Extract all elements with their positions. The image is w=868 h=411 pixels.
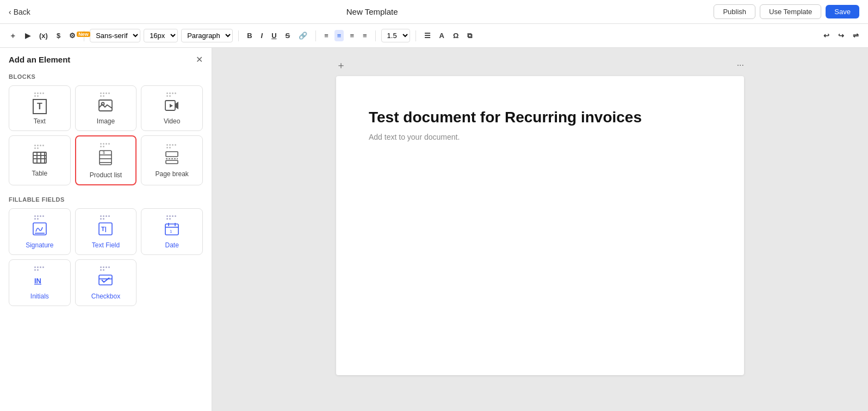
line-height-select[interactable]: 1.5: [381, 29, 410, 42]
table-block-label: Table: [32, 170, 47, 177]
document-heading: Test document for Recurring invoices: [369, 109, 711, 126]
product-list-block-icon: $: [98, 150, 113, 168]
align-left-button[interactable]: ≡: [321, 30, 331, 41]
left-panel: Add an Element ✕ BLOCKS T Text: [0, 48, 212, 411]
font-color-button[interactable]: A: [437, 30, 447, 41]
checkbox-block-icon: [98, 273, 113, 289]
toolbar-right: ↩ ↪ ⇌: [821, 30, 861, 41]
font-size-select[interactable]: 16px: [144, 29, 178, 42]
use-template-button[interactable]: Use Template: [760, 4, 821, 19]
drag-handle: [100, 266, 111, 271]
separator-4: [375, 30, 376, 41]
product-list-block-label: Product list: [90, 171, 122, 179]
dollar-button[interactable]: $: [54, 30, 63, 41]
add-element-button[interactable]: ＋: [7, 29, 19, 42]
list-button[interactable]: ☰: [421, 30, 433, 41]
blocks-section-label: BLOCKS: [9, 73, 203, 80]
signature-block-icon: [32, 222, 47, 238]
initials-block-label: Initials: [30, 292, 49, 300]
fillable-section-label: FILLABLE FIELDS: [9, 196, 203, 203]
initials-block-icon: IN: [32, 273, 47, 289]
underline-button[interactable]: U: [269, 30, 279, 41]
svg-rect-15: [166, 152, 178, 157]
drag-handle: [100, 215, 111, 220]
block-image[interactable]: Image: [75, 85, 137, 131]
align-center-button[interactable]: ≡: [334, 30, 344, 41]
paragraph-style-select[interactable]: Paragraph: [181, 29, 233, 42]
svg-rect-28: [99, 275, 112, 285]
block-product-list[interactable]: $ Product list: [75, 135, 137, 185]
checkbox-block-label: Checkbox: [91, 292, 120, 300]
document-subtitle: Add text to your document.: [369, 133, 711, 141]
text-field-block-icon: T|: [98, 222, 113, 238]
canvas-area: ＋ ··· Test document for Recurring invoic…: [212, 48, 868, 411]
blocks-grid: T Text Image: [9, 85, 203, 185]
undo-button[interactable]: ↩: [821, 30, 832, 41]
canvas-top-row: ＋ ···: [336, 59, 744, 72]
document-icon-button[interactable]: ▶: [22, 30, 33, 41]
page-break-block-icon: [164, 151, 179, 167]
date-block-icon: 1: [164, 222, 179, 238]
wrap-button[interactable]: ⧉: [464, 30, 475, 42]
top-bar-right: Publish Use Template Save: [714, 4, 859, 19]
more-options-button[interactable]: ···: [737, 60, 744, 70]
svg-rect-17: [166, 160, 178, 164]
text-block-label: Text: [34, 117, 46, 125]
block-text[interactable]: T Text: [9, 85, 71, 131]
drag-handle: [34, 266, 45, 271]
svg-text:1: 1: [170, 229, 172, 234]
redo-button[interactable]: ↪: [835, 30, 847, 41]
block-page-break[interactable]: Page break: [141, 135, 203, 185]
back-chevron-icon: ‹: [9, 8, 11, 16]
block-date[interactable]: 1 Date: [141, 208, 203, 255]
block-initials[interactable]: IN Initials: [9, 259, 71, 306]
drag-handle: [34, 145, 45, 149]
panel-header: Add an Element ✕: [9, 54, 203, 65]
drag-handle: [34, 92, 45, 97]
publish-button[interactable]: Publish: [714, 4, 755, 19]
block-text-field[interactable]: T| Text Field: [75, 208, 137, 255]
settings-button[interactable]: ⚙ New: [66, 30, 78, 41]
justify-button[interactable]: ≡: [360, 30, 370, 41]
separator-5: [416, 30, 416, 41]
block-checkbox[interactable]: Checkbox: [75, 259, 137, 306]
separator-3: [315, 30, 316, 41]
main-layout: Add an Element ✕ BLOCKS T Text: [0, 48, 868, 411]
drag-handle: [166, 144, 177, 148]
block-signature[interactable]: Signature: [9, 208, 71, 255]
text-block-icon: T: [33, 99, 47, 114]
svg-marker-3: [170, 104, 173, 108]
strikethrough-button[interactable]: S: [283, 30, 293, 41]
italic-button[interactable]: I: [258, 30, 266, 41]
drag-handle: [166, 92, 177, 97]
drag-handle: [100, 92, 111, 97]
separator-2: [238, 30, 239, 41]
save-button[interactable]: Save: [826, 5, 859, 18]
drag-handle: [166, 215, 177, 220]
svg-text:IN: IN: [34, 277, 41, 285]
source-button[interactable]: ⇌: [850, 30, 861, 41]
back-button[interactable]: ‹ Back: [9, 8, 30, 16]
formatting-toolbar: ＋ ▶ (x) $ ⚙ New Sans-serif 16px Paragrap…: [0, 24, 868, 48]
close-panel-button[interactable]: ✕: [196, 54, 203, 65]
drag-handle: [100, 143, 111, 147]
link-button[interactable]: 🔗: [296, 30, 310, 41]
svg-text:$: $: [103, 151, 105, 154]
font-family-select[interactable]: Sans-serif: [90, 29, 140, 42]
signature-block-label: Signature: [26, 241, 53, 249]
document-page: Test document for Recurring invoices Add…: [336, 76, 744, 375]
date-block-label: Date: [165, 241, 178, 249]
variable-button[interactable]: (x): [36, 30, 51, 41]
svg-text:T|: T|: [101, 226, 107, 232]
page-break-block-label: Page break: [155, 170, 188, 178]
image-block-label: Image: [97, 117, 115, 125]
special-chars-button[interactable]: Ω: [450, 30, 461, 41]
bold-button[interactable]: B: [244, 30, 255, 41]
align-right-button[interactable]: ≡: [347, 30, 357, 41]
document-title: New Template: [346, 7, 398, 16]
add-row-button[interactable]: ＋: [336, 59, 346, 72]
block-table[interactable]: Table: [9, 135, 71, 185]
video-block-icon: [164, 99, 179, 114]
top-bar: ‹ Back New Template Publish Use Template…: [0, 0, 868, 24]
block-video[interactable]: Video: [141, 85, 203, 131]
